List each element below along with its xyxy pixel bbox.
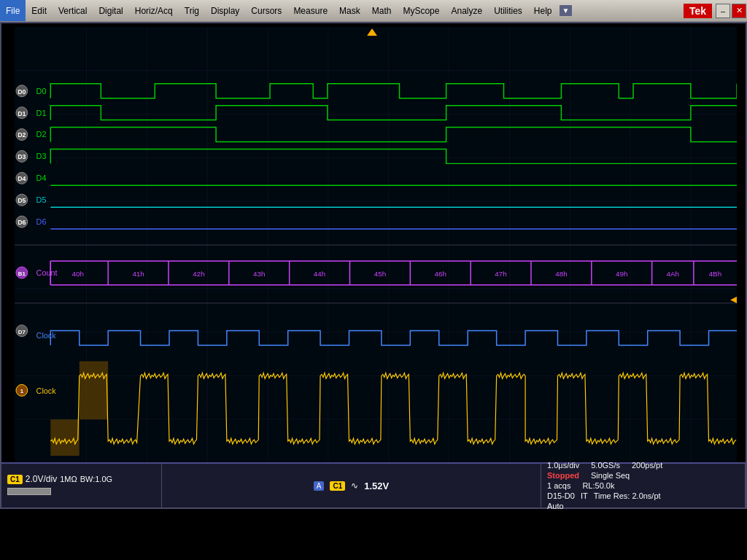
svg-text:D5: D5 [18,197,26,204]
acqs-label: 1 acqs [547,481,570,490]
svg-text:D4: D4 [18,175,26,182]
svg-text:D5: D5 [36,195,47,204]
svg-text:4Bh: 4Bh [709,270,722,278]
scope-area: D0 D0 D1 D1 D2 D2 D3 D3 D4 D4 D5 D5 [0,22,747,509]
svg-text:48h: 48h [555,270,567,278]
menu-file[interactable]: File [0,0,26,21]
svg-text:Clock: Clock [36,331,57,340]
stopped-label: Stopped [547,471,579,480]
svg-text:49h: 49h [616,270,627,278]
pts-per: 200ps/pt [632,461,662,470]
bw-label: BW:1.0G [80,475,112,483]
voltage-value: 1.52V [364,481,389,491]
menu-vertical[interactable]: Vertical [53,0,93,21]
menu-math[interactable]: Math [366,0,398,21]
menu-myscope[interactable]: MyScope [397,0,445,21]
c1-channel-info: C1 2.0V/div 1MΩ BW:1.0G [1,464,162,508]
menu-help[interactable]: Help [528,0,558,21]
svg-text:1: 1 [20,388,24,394]
svg-text:47h: 47h [495,270,506,278]
svg-text:D0: D0 [18,88,26,96]
time-div: 1.0µs/div [547,461,579,470]
menu-bar: File Edit Vertical Digital Horiz/Acq Tri… [0,0,747,22]
svg-text:43h: 43h [253,270,265,278]
svg-text:D6: D6 [36,217,47,226]
window-close-button[interactable]: ✕ [732,4,746,18]
c1-badge: C1 [7,475,23,484]
menu-utilities[interactable]: Utilities [488,0,528,21]
svg-text:45h: 45h [374,270,386,278]
svg-text:44h: 44h [314,270,325,278]
menu-mask[interactable]: Mask [333,0,366,21]
tek-logo: Tek [684,4,712,18]
c1-badge2: C1 [330,481,345,491]
svg-text:B1: B1 [18,271,26,277]
auto-label: Auto [547,502,564,510]
menu-cursors[interactable]: Cursors [245,0,287,21]
svg-text:D3: D3 [36,152,47,160]
svg-text:D2: D2 [36,130,47,139]
menu-digital[interactable]: Digital [93,0,128,21]
svg-text:46h: 46h [435,270,446,278]
svg-text:D1: D1 [18,110,26,117]
svg-text:D0: D0 [36,87,47,96]
timing-section: 1.0µs/div 5.0GS/s 200ps/pt Stopped Singl… [541,464,746,508]
sample-rate: 5.0GS/s [591,461,620,470]
waveform-display: D0 D0 D1 D1 D2 D2 D3 D3 D4 D4 D5 D5 [15,27,737,463]
svg-text:D3: D3 [18,153,26,160]
svg-text:D2: D2 [18,131,26,139]
measurement-section: A C1 ∿ 1.52V [162,464,541,508]
menu-display[interactable]: Display [205,0,245,21]
a-badge: A [314,481,325,491]
svg-rect-85 [80,361,108,419]
menu-measure[interactable]: Measure [287,0,333,21]
svg-text:◀: ◀ [730,292,737,306]
time-res: Time Res: 2.0ns/pt [594,491,661,500]
d-range: D15-D0 [547,491,575,500]
menu-edit[interactable]: Edit [26,0,53,21]
svg-text:Clock: Clock [36,386,57,395]
svg-text:D1: D1 [36,109,47,117]
svg-text:41h: 41h [132,270,144,278]
sine-icon: ∿ [351,481,358,491]
svg-text:Count: Count [36,268,58,277]
svg-text:40h: 40h [72,270,84,278]
impedance: 1MΩ [60,475,77,483]
seq-label: Single Seq [591,471,630,480]
menu-trig[interactable]: Trig [179,0,205,21]
svg-text:D7: D7 [18,329,26,335]
menu-dropdown-icon[interactable]: ▼ [560,5,573,16]
svg-text:D4: D4 [36,174,47,182]
rl-label: RL:50.0k [582,481,614,490]
menu-horiz[interactable]: Horiz/Acq [129,0,179,21]
svg-text:4Ah: 4Ah [666,270,679,278]
svg-text:42h: 42h [193,270,204,278]
window-minimize-button[interactable]: – [716,4,730,18]
menu-analyze[interactable]: Analyze [445,0,488,21]
it-label: IT [581,491,588,500]
svg-text:D6: D6 [18,219,26,226]
volts-div: 2.0V/div [26,474,57,484]
status-bar: C1 2.0V/div 1MΩ BW:1.0G A C1 ∿ 1.52V 1.0… [1,462,746,508]
